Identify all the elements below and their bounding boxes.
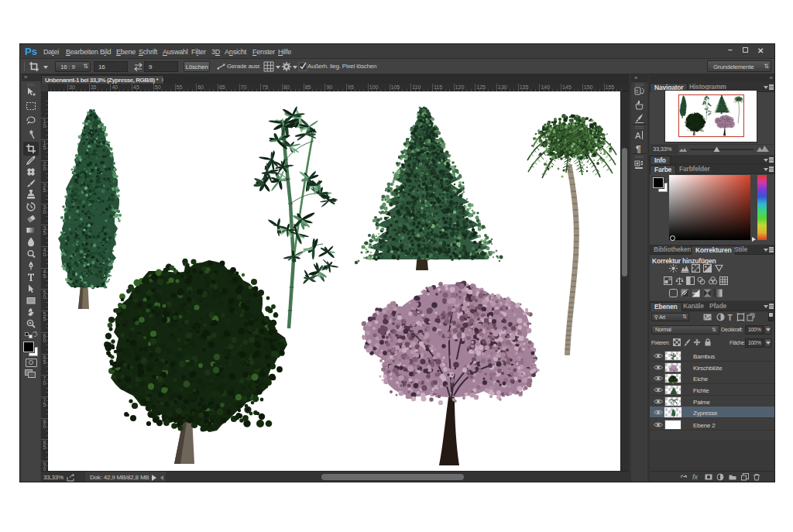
- svg-text:5: 5: [636, 89, 639, 94]
- svg-text:fx: fx: [692, 473, 699, 481]
- svg-text:A: A: [635, 131, 641, 140]
- svg-text:T: T: [728, 314, 733, 322]
